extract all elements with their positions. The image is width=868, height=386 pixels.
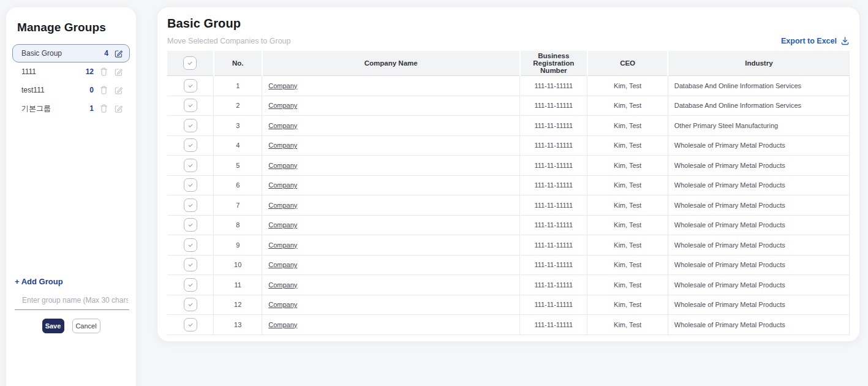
edit-group-button[interactable] xyxy=(113,67,123,77)
table-row: 6 Company 111-11-11111 Kim, Test Wholesa… xyxy=(167,175,850,195)
trash-icon xyxy=(99,67,108,77)
company-link[interactable]: Company xyxy=(268,122,297,129)
group-list-item[interactable]: 기본그룹 1 xyxy=(12,99,130,118)
row-number: 3 xyxy=(214,116,262,136)
brn-cell: 111-11-11111 xyxy=(520,235,587,255)
row-select-checkbox[interactable] xyxy=(184,119,197,132)
company-link[interactable]: Company xyxy=(268,301,297,308)
table-row: 1 Company 111-11-11111 Kim, Test Databas… xyxy=(167,76,850,96)
row-select-checkbox[interactable] xyxy=(184,238,197,252)
company-link[interactable]: Company xyxy=(268,261,297,268)
export-to-excel-button[interactable]: Export to Excel xyxy=(781,36,850,45)
company-link[interactable]: Company xyxy=(268,221,297,229)
select-all-header xyxy=(167,51,214,76)
row-number: 2 xyxy=(214,96,262,116)
industry-cell: Wholesale of Primary Metal Products xyxy=(668,156,849,176)
brn-cell: 111-11-11111 xyxy=(520,295,587,315)
select-all-checkbox[interactable] xyxy=(183,56,197,70)
export-to-excel-label: Export to Excel xyxy=(781,37,837,45)
check-icon xyxy=(186,241,195,249)
group-subtitle: Move Selected Companies to Group xyxy=(167,37,291,45)
row-select-checkbox[interactable] xyxy=(184,318,197,331)
edit-group-button[interactable] xyxy=(113,48,123,58)
ceo-cell: Kim, Test xyxy=(587,295,668,315)
check-icon xyxy=(186,81,195,90)
table-row: 2 Company 111-11-11111 Kim, Test Databas… xyxy=(167,96,850,116)
row-number: 10 xyxy=(214,255,262,275)
ceo-cell: Kim, Test xyxy=(587,76,668,96)
row-number: 4 xyxy=(214,135,262,156)
manage-groups-panel: Manage Groups Basic Group 4 1111 12 xyxy=(6,7,136,386)
row-select-cell xyxy=(167,215,214,235)
check-icon xyxy=(186,221,195,229)
edit-square-icon xyxy=(114,86,123,95)
column-header-ceo: CEO xyxy=(587,51,668,76)
company-link[interactable]: Company xyxy=(268,102,297,109)
group-name: Basic Group xyxy=(21,49,99,58)
group-list-item[interactable]: test111 0 xyxy=(12,81,130,99)
row-select-checkbox[interactable] xyxy=(184,178,197,192)
brn-cell: 111-11-11111 xyxy=(520,135,587,156)
company-name-cell: Company xyxy=(262,175,520,195)
company-name-cell: Company xyxy=(262,195,520,216)
download-icon xyxy=(840,36,850,45)
column-header-company-name: Company Name xyxy=(262,51,520,76)
edit-group-button[interactable] xyxy=(113,104,123,113)
check-icon xyxy=(186,181,195,189)
group-list-item[interactable]: 1111 12 xyxy=(12,62,130,81)
check-icon xyxy=(186,101,195,110)
row-number: 1 xyxy=(214,76,262,96)
save-button[interactable]: Save xyxy=(42,319,64,333)
ceo-cell: Kim, Test xyxy=(587,275,668,295)
row-select-checkbox[interactable] xyxy=(184,199,197,212)
row-number: 12 xyxy=(214,295,262,315)
cancel-button[interactable]: Cancel xyxy=(72,319,100,333)
check-icon xyxy=(186,161,195,170)
row-select-cell xyxy=(167,255,214,275)
company-name-cell: Company xyxy=(262,156,520,176)
group-name: test111 xyxy=(21,86,85,94)
row-number: 13 xyxy=(214,315,262,335)
row-select-checkbox[interactable] xyxy=(184,79,197,93)
row-select-checkbox[interactable] xyxy=(184,258,197,271)
manage-groups-title: Manage Groups xyxy=(12,21,130,34)
row-select-checkbox[interactable] xyxy=(184,99,197,112)
company-link[interactable]: Company xyxy=(268,281,297,289)
company-link[interactable]: Company xyxy=(268,202,297,209)
row-select-checkbox[interactable] xyxy=(184,138,197,152)
group-list-item[interactable]: Basic Group 4 xyxy=(12,44,130,62)
row-select-cell xyxy=(167,96,214,116)
row-select-checkbox[interactable] xyxy=(184,159,197,172)
industry-cell: Wholesale of Primary Metal Products xyxy=(668,195,849,216)
delete-group-button[interactable] xyxy=(99,104,108,113)
check-icon xyxy=(186,59,194,67)
table-row: 12 Company 111-11-11111 Kim, Test Wholes… xyxy=(167,295,850,315)
row-number: 6 xyxy=(214,175,262,195)
row-select-checkbox[interactable] xyxy=(184,218,197,232)
company-link[interactable]: Company xyxy=(268,142,297,149)
brn-cell: 111-11-11111 xyxy=(520,96,587,116)
row-number: 5 xyxy=(214,156,262,176)
group-name: 1111 xyxy=(21,67,81,76)
delete-group-button[interactable] xyxy=(99,67,108,77)
industry-cell: Wholesale of Primary Metal Products xyxy=(668,255,849,275)
industry-cell: Wholesale of Primary Metal Products xyxy=(668,135,849,156)
table-row: 9 Company 111-11-11111 Kim, Test Wholesa… xyxy=(167,235,850,255)
row-select-checkbox[interactable] xyxy=(184,278,197,292)
brn-cell: 111-11-11111 xyxy=(520,215,587,235)
delete-group-button[interactable] xyxy=(99,85,108,95)
ceo-cell: Kim, Test xyxy=(587,175,668,195)
group-detail-panel: Basic Group Move Selected Companies to G… xyxy=(157,7,859,341)
table-row: 4 Company 111-11-11111 Kim, Test Wholesa… xyxy=(167,135,850,156)
company-link[interactable]: Company xyxy=(268,181,297,189)
company-link[interactable]: Company xyxy=(268,241,297,249)
edit-group-button[interactable] xyxy=(113,85,123,95)
row-select-checkbox[interactable] xyxy=(184,298,197,311)
row-number: 9 xyxy=(214,235,262,255)
company-link[interactable]: Company xyxy=(268,162,297,169)
company-link[interactable]: Company xyxy=(268,321,297,328)
group-name: 기본그룹 xyxy=(21,104,85,114)
group-name-input[interactable] xyxy=(15,293,129,310)
company-link[interactable]: Company xyxy=(268,82,297,89)
add-group-button[interactable]: + Add Group xyxy=(15,277,63,286)
